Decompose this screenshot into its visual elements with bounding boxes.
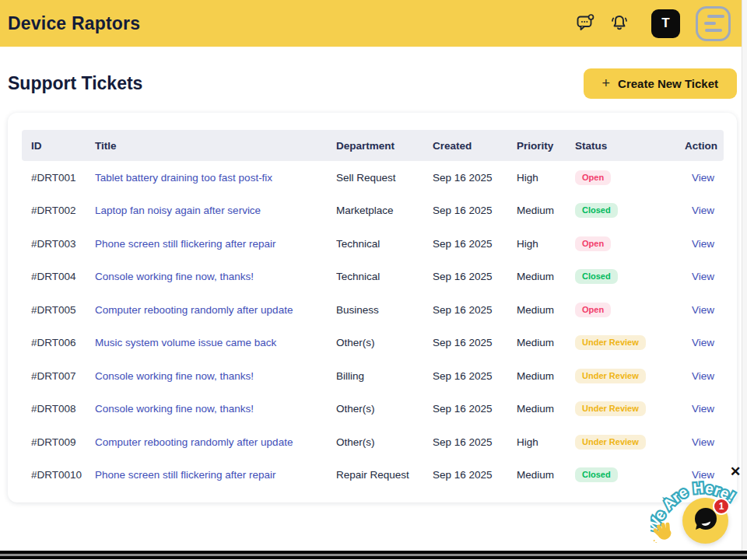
bottom-window-edge — [0, 551, 747, 559]
ticket-title-link[interactable]: Phone screen still flickering after repa… — [95, 469, 276, 481]
column-header-department: Department — [336, 130, 433, 161]
create-button-label: Create New Ticket — [618, 77, 718, 90]
ticket-created-date: Sep 16 2025 — [433, 194, 517, 228]
menu-icon — [707, 15, 724, 18]
app-title: Device Raptors — [8, 13, 140, 34]
ticket-id: #DRT0010 — [22, 459, 95, 492]
ticket-created-date: Sep 16 2025 — [433, 261, 517, 294]
view-ticket-link[interactable]: View — [692, 436, 714, 448]
ticket-title-link[interactable]: Laptop fan noisy again after service — [95, 205, 261, 216]
ticket-id: #DRT002 — [22, 194, 95, 228]
ticket-priority: High — [517, 161, 575, 194]
ticket-department: Other(s) — [336, 425, 433, 459]
menu-button[interactable] — [696, 6, 731, 41]
app-header: Device Raptors — [0, 0, 742, 47]
status-badge: Open — [575, 236, 611, 251]
tickets-card: ID Title Department Created Priority Sta… — [8, 113, 737, 502]
ticket-title-link[interactable]: Computer rebooting randomly after update — [95, 304, 293, 316]
ticket-priority: Medium — [517, 293, 575, 327]
ticket-priority: Medium — [517, 459, 575, 492]
status-badge: Under Review — [575, 335, 646, 350]
user-avatar[interactable]: T — [651, 9, 680, 38]
tickets-table: ID Title Department Created Priority Sta… — [22, 130, 724, 492]
ticket-department: Marketplace — [336, 194, 433, 228]
ticket-title-link[interactable]: Tablet battery draining too fast post-fi… — [95, 172, 272, 184]
view-ticket-link[interactable]: View — [692, 271, 714, 282]
table-header: ID Title Department Created Priority Sta… — [22, 130, 724, 161]
ticket-title-link[interactable]: Console working fine now, thanks! — [95, 271, 254, 282]
view-ticket-link[interactable]: View — [692, 238, 714, 250]
status-badge: Under Review — [575, 401, 646, 416]
ticket-created-date: Sep 16 2025 — [433, 161, 517, 194]
ticket-id: #DRT009 — [22, 425, 95, 459]
scrollbar[interactable] — [742, 0, 747, 551]
status-badge: Open — [575, 303, 611, 317]
table-row: #DRT003 Phone screen still flickering af… — [22, 227, 724, 261]
ticket-department: Billing — [336, 359, 433, 393]
ticket-priority: Medium — [517, 393, 575, 426]
status-badge: Under Review — [575, 369, 646, 383]
view-ticket-link[interactable]: View — [692, 304, 714, 316]
ticket-id: #DRT008 — [22, 393, 95, 426]
table-row: #DRT009 Computer rebooting randomly afte… — [22, 425, 724, 459]
status-badge: Closed — [575, 269, 618, 284]
table-row: #DRT007 Console working fine now, thanks… — [22, 359, 724, 393]
ticket-department: Repair Request — [336, 459, 433, 492]
ticket-created-date: Sep 16 2025 — [433, 327, 517, 360]
ticket-priority: High — [517, 425, 575, 459]
view-ticket-link[interactable]: View — [692, 205, 714, 216]
status-badge: Closed — [575, 467, 618, 482]
ticket-created-date: Sep 16 2025 — [433, 425, 517, 459]
ticket-department: Technical — [336, 261, 433, 294]
view-ticket-link[interactable]: View — [692, 403, 714, 415]
page-heading-row: Support Tickets + Create New Ticket — [8, 68, 737, 99]
ticket-priority: Medium — [517, 327, 575, 360]
chat-unread-badge: 1 — [713, 498, 730, 515]
ticket-id: #DRT005 — [22, 293, 95, 327]
ticket-department: Other(s) — [336, 327, 433, 360]
ticket-created-date: Sep 16 2025 — [433, 393, 517, 426]
ticket-priority: Medium — [517, 261, 575, 294]
table-row: #DRT002 Laptop fan noisy again after ser… — [22, 194, 724, 228]
view-ticket-link[interactable]: View — [692, 469, 714, 481]
page-title: Support Tickets — [8, 73, 142, 94]
create-new-ticket-button[interactable]: + Create New Ticket — [584, 68, 737, 99]
table-row: #DRT005 Computer rebooting randomly afte… — [22, 293, 724, 327]
chat-widget-close-button[interactable]: ✕ — [730, 464, 741, 480]
table-row: #DRT004 Console working fine now, thanks… — [22, 261, 724, 294]
ticket-title-link[interactable]: Console working fine now, thanks! — [95, 370, 254, 382]
notifications-button[interactable] — [608, 11, 631, 37]
ticket-department: Business — [336, 293, 433, 327]
ticket-title-link[interactable]: Phone screen still flickering after repa… — [95, 238, 276, 250]
plus-icon: + — [602, 75, 611, 92]
ticket-created-date: Sep 16 2025 — [433, 459, 517, 492]
bell-icon — [609, 12, 630, 35]
status-badge: Open — [575, 170, 611, 185]
messages-button[interactable] — [573, 11, 597, 37]
ticket-priority: Medium — [517, 194, 575, 228]
ticket-title-link[interactable]: Console working fine now, thanks! — [95, 403, 254, 415]
view-ticket-link[interactable]: View — [692, 370, 714, 382]
ticket-created-date: Sep 16 2025 — [433, 227, 517, 261]
status-badge: Closed — [575, 203, 618, 218]
column-header-id: ID — [22, 130, 95, 161]
table-row: #DRT008 Console working fine now, thanks… — [22, 393, 724, 426]
ticket-priority: High — [517, 227, 575, 261]
column-header-priority: Priority — [517, 130, 575, 161]
waving-hand-icon — [651, 520, 675, 546]
ticket-title-link[interactable]: Music system volume issue came back — [95, 337, 276, 348]
column-header-created: Created — [433, 130, 517, 161]
column-header-title: Title — [95, 130, 336, 161]
ticket-department: Technical — [336, 227, 433, 261]
table-body: #DRT001 Tablet battery draining too fast… — [22, 161, 724, 492]
ticket-id: #DRT007 — [22, 359, 95, 393]
ticket-created-date: Sep 16 2025 — [433, 359, 517, 393]
header-actions: T — [573, 6, 731, 41]
column-header-status: Status — [575, 130, 685, 161]
status-badge: Under Review — [575, 435, 646, 450]
column-header-action: Action — [685, 130, 724, 161]
view-ticket-link[interactable]: View — [692, 337, 714, 348]
view-ticket-link[interactable]: View — [692, 172, 714, 184]
ticket-title-link[interactable]: Computer rebooting randomly after update — [95, 436, 293, 448]
ticket-id: #DRT003 — [22, 227, 95, 261]
